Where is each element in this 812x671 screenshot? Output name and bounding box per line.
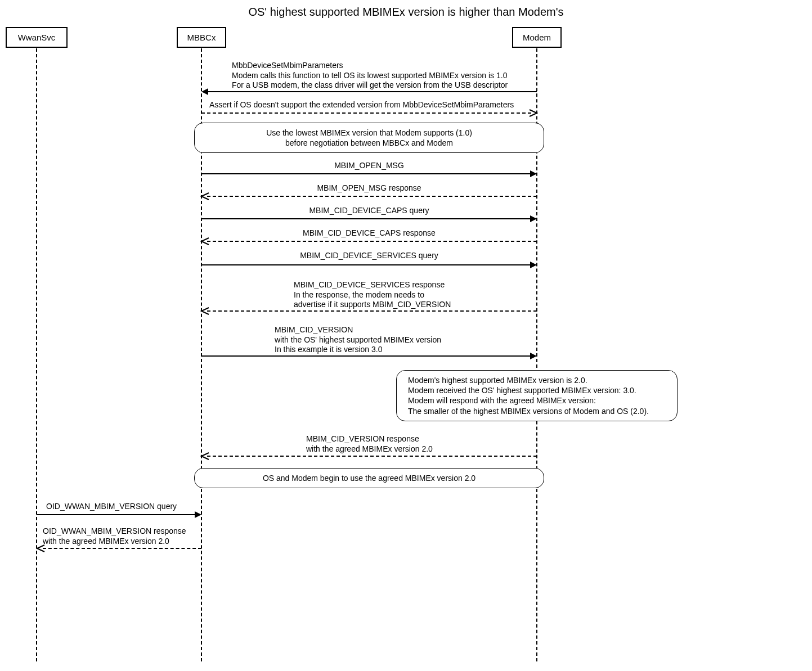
msg-label: MBIM_CID_VERSION with the OS' highest su… bbox=[275, 325, 441, 355]
msg-label: OID_WWAN_MBIM_VERSION query bbox=[46, 502, 177, 512]
msg-device-services-response: MBIM_CID_DEVICE_SERVICES response In the… bbox=[201, 280, 537, 312]
note-modem-version: Modem's highest supported MBIMEx version… bbox=[396, 370, 678, 421]
msg-label: MBIM_CID_DEVICE_SERVICES query bbox=[201, 251, 537, 261]
msg-label: Assert if OS doesn't support the extende… bbox=[209, 100, 514, 110]
msg-label: MbbDeviceSetMbimParameters Modem calls t… bbox=[232, 61, 508, 91]
msg-label: MBIM_CID_DEVICE_CAPS response bbox=[201, 228, 537, 238]
msg-mbim-open: MBIM_OPEN_MSG bbox=[201, 161, 537, 174]
msg-label: MBIM_OPEN_MSG response bbox=[201, 183, 537, 193]
msg-cid-version: MBIM_CID_VERSION with the OS' highest su… bbox=[201, 325, 537, 357]
msg-oid-query: OID_WWAN_MBIM_VERSION query bbox=[37, 502, 201, 515]
msg-cid-version-response: MBIM_CID_VERSION response with the agree… bbox=[201, 434, 537, 457]
note-lowest-version: Use the lowest MBIMEx version that Modem… bbox=[194, 123, 544, 153]
msg-label: MBIM_CID_DEVICE_CAPS query bbox=[201, 206, 537, 216]
msg-device-services-query: MBIM_CID_DEVICE_SERVICES query bbox=[201, 251, 537, 265]
actor-mbbcx: MBBCx bbox=[177, 27, 226, 48]
msg-label: MBIM_CID_VERSION response with the agree… bbox=[306, 434, 433, 454]
msg-oid-response: OID_WWAN_MBIM_VERSION response with the … bbox=[37, 526, 201, 549]
note-begin-agreed-version: OS and Modem begin to use the agreed MBI… bbox=[194, 468, 544, 488]
lifeline-wwansvc bbox=[36, 48, 37, 661]
msg-label: OID_WWAN_MBIM_VERSION response with the … bbox=[43, 526, 186, 546]
msg-mbbdevicesetmbimparameters: MbbDeviceSetMbimParameters Modem calls t… bbox=[201, 61, 537, 92]
msg-device-caps-query: MBIM_CID_DEVICE_CAPS query bbox=[201, 206, 537, 219]
actor-modem: Modem bbox=[512, 27, 562, 48]
msg-label: MBIM_CID_DEVICE_SERVICES response In the… bbox=[294, 280, 451, 310]
msg-assert: Assert if OS doesn't support the extende… bbox=[201, 100, 537, 114]
msg-label: MBIM_OPEN_MSG bbox=[201, 161, 537, 171]
actor-wwansvc: WwanSvc bbox=[6, 27, 68, 48]
msg-device-caps-response: MBIM_CID_DEVICE_CAPS response bbox=[201, 228, 537, 242]
msg-mbim-open-response: MBIM_OPEN_MSG response bbox=[201, 183, 537, 197]
diagram-title: OS' highest supported MBIMEx version is … bbox=[0, 6, 812, 19]
